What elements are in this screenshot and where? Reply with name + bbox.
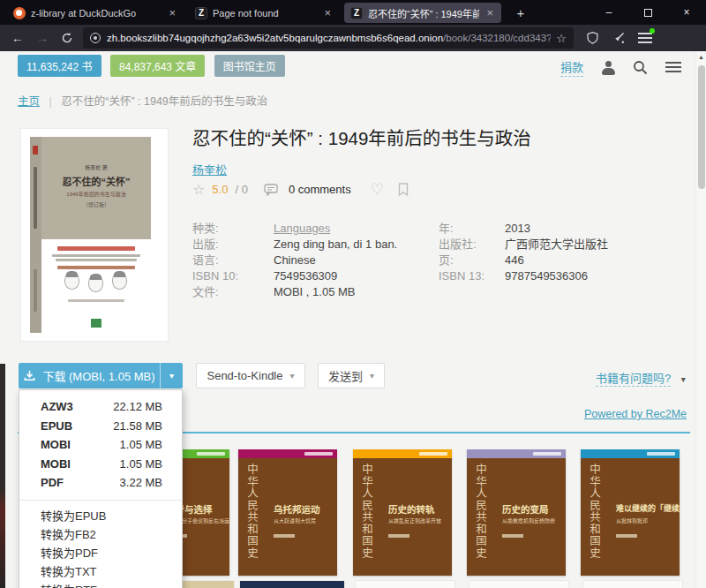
cover-author-line: 杨奎松 著	[41, 163, 151, 171]
page-content: 11,635,242 书 84,837,643 文章 图书馆主页 捐款 主页 |…	[0, 51, 706, 588]
minimize-button[interactable]: –	[590, 0, 628, 25]
meta-label: 年:	[439, 221, 505, 237]
meta-label: ISBN 10:	[192, 268, 274, 284]
scroll-up-arrow[interactable]: ▲	[698, 54, 704, 60]
comments-icon[interactable]	[264, 184, 278, 196]
tab-page-not-found[interactable]: Z Page not found ×	[189, 3, 339, 23]
meta-row: 出版:Zeng ding ban, di 1 ban.	[192, 237, 397, 253]
breadcrumb-home-link[interactable]: 主页	[18, 95, 40, 108]
recommended-book-cover-partial[interactable]	[356, 581, 454, 588]
tab-title: 忍不住的“关怀” : 1949年前后的	[368, 6, 479, 20]
tab-duckduckgo[interactable]: z-library at DuckDuckGo ×	[7, 3, 184, 23]
convert-menu-item[interactable]: 转换为TXT	[19, 562, 182, 581]
categories-link[interactable]: Languages	[274, 222, 330, 235]
update-available-dot	[650, 28, 655, 34]
convert-menu-item[interactable]: 转换为EPUB	[19, 507, 182, 525]
chevron-down-icon: ▾	[681, 374, 686, 384]
format-menu-item[interactable]: MOBI1.05 MB	[19, 455, 182, 474]
recommended-book-cover[interactable]: 中华人民共和国史 历史的转轨 从拨乱反正到改革开放	[353, 449, 452, 576]
menu-separator	[19, 500, 182, 501]
author-link[interactable]: 杨奎松	[192, 161, 227, 177]
send-to-button[interactable]: 发送到 ▾	[318, 363, 385, 388]
meta-row: 文件:MOBI , 1.05 MB	[192, 284, 397, 300]
menu-hamburger-icon[interactable]	[638, 32, 652, 44]
powered-by-link[interactable]: Powered by Rec2Me	[584, 408, 687, 420]
recommended-title: 历史的变局	[502, 502, 549, 516]
tor-shield-icon[interactable]	[586, 31, 599, 45]
comments-count[interactable]: 0 comments	[289, 183, 351, 196]
meta-value: 446	[505, 253, 524, 267]
volume-text-bar	[647, 452, 675, 456]
library-home-badge[interactable]: 图书馆主页	[214, 55, 285, 77]
format-size: 1.05 MB	[120, 435, 162, 455]
profile-icon[interactable]	[601, 61, 615, 75]
convert-menu-item[interactable]: 转换为FB2	[19, 525, 182, 544]
donate-link[interactable]: 捐款	[560, 58, 583, 77]
format-menu-item[interactable]: EPUB21.58 MB	[19, 417, 182, 436]
save-bookmark-icon[interactable]	[398, 183, 409, 196]
format-menu-item[interactable]: PDF3.22 MB	[19, 473, 182, 493]
new-tab-button[interactable]: +	[510, 3, 531, 23]
site-menu-icon[interactable]	[665, 62, 681, 73]
recommended-book-cover-partial[interactable]	[181, 581, 234, 588]
volume-text-bar	[197, 452, 225, 456]
send-to-kindle-button[interactable]: Send-to-Kindle ▾	[196, 363, 305, 388]
recommended-book-cover-partial[interactable]	[240, 581, 344, 588]
book-cover-image[interactable]: 杨奎松 著 忍不住的“关怀” 1949年前后的书生与政治 〔增订版〕	[21, 129, 168, 341]
tab-close-icon[interactable]: ×	[484, 6, 495, 19]
report-problem-link[interactable]: 书籍有问题吗? ▾	[596, 369, 686, 386]
reload-button[interactable]	[55, 32, 79, 44]
scrollbar-thumb[interactable]	[698, 65, 705, 189]
url-bar[interactable]: zh.bookszlibb74ugqojhzhg2a63w5i2atv5bqar…	[83, 27, 574, 49]
articles-count-badge[interactable]: 84,837,643 文章	[110, 55, 205, 77]
bookmark-star-icon[interactable]: ☆	[556, 32, 567, 45]
back-button[interactable]: ←	[5, 31, 30, 45]
format-name: AZW3	[41, 397, 73, 417]
meta-label: 出版:	[192, 237, 274, 253]
close-window-button[interactable]: ×	[667, 0, 706, 25]
recommended-book-cover[interactable]: 中华人民共和国史 乌托邦运动 从大跃进到大饥荒	[238, 449, 337, 576]
format-name: EPUB	[41, 417, 72, 436]
format-menu-item[interactable]: AZW322.12 MB	[19, 397, 182, 417]
maximize-button[interactable]	[628, 0, 667, 25]
face-sketch	[88, 274, 103, 292]
cover-names-bar	[68, 299, 124, 302]
recommended-book-cover[interactable]: 中华人民共和国史 历史的变局 从挽救危机到反修防修	[467, 449, 566, 576]
meta-label: 种类:	[192, 221, 274, 237]
download-options-toggle[interactable]: ▾	[160, 363, 183, 388]
new-identity-broom-icon[interactable]	[612, 31, 626, 45]
face-sketch	[112, 271, 127, 290]
tab-close-icon[interactable]: ×	[167, 6, 177, 19]
meta-label: 出版社:	[439, 237, 505, 253]
url-path: /book/3432180/cdd343?dsource=recom	[443, 33, 551, 43]
recommended-book-cover-partial[interactable]	[469, 581, 568, 588]
cover-color-bar	[581, 449, 680, 458]
forward-button[interactable]: →	[30, 31, 55, 45]
carousel-edge-cover-fragment	[0, 364, 5, 588]
rating-star-icon[interactable]: ☆	[192, 181, 205, 198]
breadcrumb-current: 忍不住的“关怀” : 1949年前后的书生与政治	[61, 95, 267, 108]
burger-bar	[665, 71, 681, 72]
convert-menu-item[interactable]: 转换为PDF	[19, 544, 182, 562]
recommended-book-cover-partial[interactable]	[583, 581, 682, 588]
series-vertical-title: 中华人民共和国史	[244, 464, 260, 559]
meta-value: 广西师范大学出版社	[505, 237, 608, 251]
recommended-book-cover[interactable]: 中华人民共和国史 难以继续的「继续革命」 从批林到批邓	[581, 449, 680, 576]
format-menu-item[interactable]: MOBI1.05 MB	[19, 435, 182, 455]
cover-spine	[30, 137, 41, 333]
convert-menu-item[interactable]: 转换为RTF	[19, 581, 182, 588]
download-button[interactable]: 下载 (MOBI, 1.05 MB)	[19, 363, 160, 388]
search-icon[interactable]	[633, 60, 648, 75]
favorite-heart-icon[interactable]: ♡	[371, 180, 384, 199]
author-text-bar	[274, 534, 295, 538]
cover-color-bar	[467, 449, 566, 458]
tab-title: Page not found	[213, 8, 317, 19]
tab-book-page[interactable]: Z 忍不住的“关怀” : 1949年前后的 ×	[344, 3, 501, 23]
send-to-kindle-label: Send-to-Kindle	[207, 369, 282, 382]
book-meta-left: 种类:Languages 出版:Zeng ding ban, di 1 ban.…	[192, 221, 397, 300]
recommended-title: 难以继续的「继续革命」	[616, 502, 680, 514]
tab-close-icon[interactable]: ×	[322, 6, 333, 19]
books-count-badge[interactable]: 11,635,242 书	[18, 55, 101, 77]
rating-count: / 0	[235, 183, 247, 196]
scrollbar[interactable]: ▲	[695, 51, 706, 588]
